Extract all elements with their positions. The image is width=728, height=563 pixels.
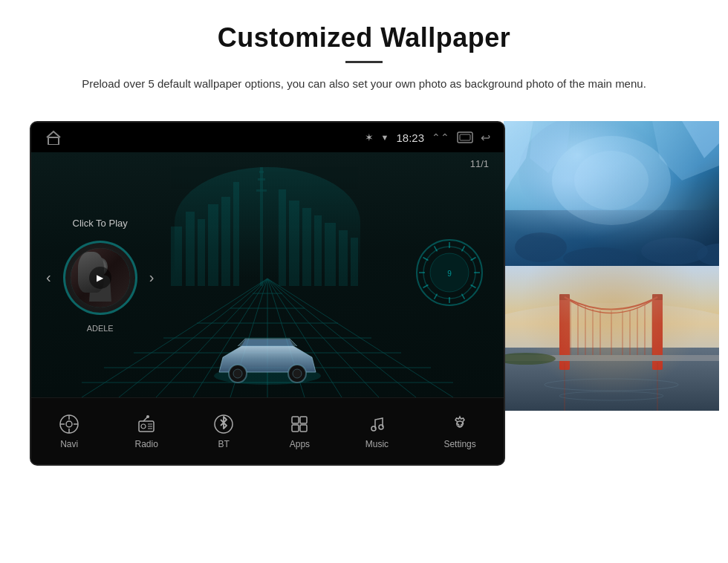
album-cover[interactable]: ▶ — [63, 241, 137, 315]
speedometer-svg: 9 — [415, 238, 485, 308]
music-player: Click To Play ‹ — [46, 218, 154, 333]
speedometer: 9 — [415, 238, 489, 312]
wallpaper-photo-bridge[interactable] — [504, 266, 719, 411]
page-subtitle: Preload over 5 default wallpaper options… — [74, 75, 654, 93]
title-divider — [345, 61, 383, 63]
car-ui-main: Click To Play ‹ — [31, 152, 504, 397]
svg-rect-10 — [256, 189, 267, 192]
svg-point-96 — [504, 303, 719, 377]
svg-point-88 — [515, 232, 567, 262]
next-track-button[interactable]: › — [149, 269, 155, 286]
settings-icon — [449, 414, 470, 435]
wifi-icon: ▼ — [381, 133, 389, 142]
svg-rect-75 — [292, 417, 299, 423]
expand-icon[interactable]: ⌃⌃ — [432, 131, 449, 143]
svg-point-62 — [66, 421, 72, 427]
svg-point-90 — [641, 238, 708, 264]
status-left — [45, 130, 62, 145]
page-title: Customized Wallpaper — [30, 22, 698, 53]
svg-point-89 — [563, 247, 637, 266]
svg-point-73 — [146, 415, 149, 418]
prev-track-button[interactable]: ‹ — [46, 269, 51, 286]
svg-rect-77 — [292, 425, 299, 432]
svg-rect-2 — [460, 134, 470, 140]
car-ui-nav: Navi Radio — [31, 397, 504, 464]
apps-label: Apps — [290, 439, 310, 449]
click-to-play-label[interactable]: Click To Play — [73, 218, 128, 229]
svg-rect-101 — [652, 294, 663, 300]
nav-item-settings[interactable]: Settings — [443, 414, 475, 449]
album-nav: ‹ ▶ — [46, 241, 154, 315]
svg-point-42 — [233, 369, 242, 378]
svg-rect-113 — [504, 355, 719, 361]
svg-marker-86 — [652, 121, 719, 180]
svg-point-91 — [697, 244, 719, 266]
svg-point-93 — [552, 136, 671, 225]
back-icon[interactable]: ↩ — [481, 131, 490, 145]
svg-rect-82 — [504, 121, 719, 266]
svg-point-83 — [519, 121, 667, 232]
bridge-photo-svg — [504, 266, 719, 411]
car-silhouette-svg — [208, 335, 327, 387]
svg-point-68 — [141, 424, 146, 429]
date-display: 11/1 — [470, 158, 489, 169]
music-label: Music — [365, 439, 389, 449]
car-center — [208, 335, 327, 390]
svg-point-116 — [545, 379, 678, 391]
nav-item-music[interactable]: Music — [365, 414, 389, 449]
svg-rect-95 — [504, 266, 719, 362]
wallpaper-photo-ice[interactable] — [504, 121, 719, 266]
bt-icon — [213, 414, 234, 435]
svg-rect-76 — [300, 417, 307, 423]
apps-icon — [289, 414, 310, 435]
svg-marker-84 — [504, 121, 533, 195]
svg-point-94 — [574, 151, 649, 210]
time-display: 18:23 — [396, 131, 424, 144]
bt-label: BT — [218, 439, 229, 449]
radio-icon — [136, 414, 157, 435]
svg-point-44 — [293, 369, 302, 378]
radio-label: Radio — [134, 439, 157, 449]
nav-item-radio[interactable]: Radio — [134, 414, 157, 449]
window-icon[interactable] — [457, 131, 473, 143]
settings-label: Settings — [443, 439, 475, 449]
ice-photo-svg — [504, 121, 719, 266]
svg-rect-97 — [504, 348, 719, 411]
svg-marker-85 — [530, 121, 571, 173]
svg-rect-78 — [300, 425, 307, 432]
svg-rect-11 — [258, 178, 265, 180]
music-icon — [366, 414, 387, 435]
home-icon — [45, 130, 62, 145]
play-button[interactable]: ▶ — [89, 267, 111, 289]
navi-icon — [59, 414, 79, 435]
photos-column — [504, 121, 719, 411]
svg-rect-92 — [504, 210, 719, 266]
nav-item-apps[interactable]: Apps — [289, 414, 310, 449]
svg-rect-0 — [48, 137, 59, 145]
navi-label: Navi — [60, 439, 78, 449]
artist-name: ADELE — [87, 324, 114, 333]
car-ui-statusbar: ✶ ▼ 18:23 ⌃⌃ ↩ — [31, 123, 504, 152]
content-area: ✶ ▼ 18:23 ⌃⌃ ↩ — [30, 121, 698, 466]
svg-point-118 — [504, 353, 556, 365]
title-section: Customized Wallpaper Preload over 5 defa… — [30, 22, 698, 93]
svg-rect-12 — [259, 171, 264, 173]
svg-text:9: 9 — [447, 270, 452, 278]
bluetooth-icon: ✶ — [365, 131, 374, 143]
svg-rect-99 — [652, 296, 663, 370]
svg-rect-98 — [559, 296, 570, 370]
nav-item-bt[interactable]: BT — [213, 414, 234, 449]
status-right: ✶ ▼ 18:23 ⌃⌃ ↩ — [365, 131, 490, 145]
car-ui-frame: ✶ ▼ 18:23 ⌃⌃ ↩ — [30, 121, 505, 466]
nav-item-navi[interactable]: Navi — [59, 414, 79, 449]
svg-marker-87 — [682, 121, 719, 158]
page-container: Customized Wallpaper Preload over 5 defa… — [0, 0, 728, 563]
svg-point-117 — [559, 391, 663, 400]
svg-rect-100 — [559, 294, 570, 300]
